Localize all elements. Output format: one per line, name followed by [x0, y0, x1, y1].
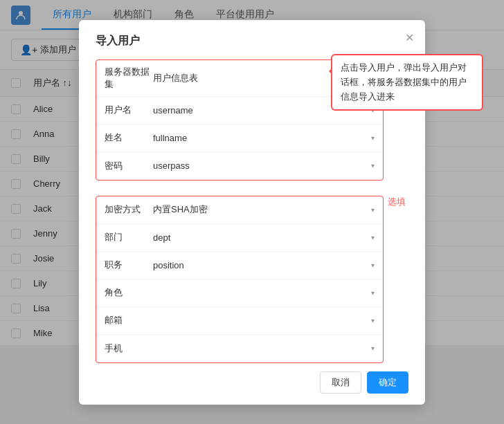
select-password[interactable]: userpass ▾: [153, 160, 375, 171]
form-row-email: 邮箱 ▾: [96, 307, 383, 335]
optional-section: 加密方式 内置SHA加密 ▾ 部门 dept ▾: [96, 196, 408, 363]
select-email[interactable]: ▾: [153, 317, 375, 324]
label-encrypt: 加密方式: [105, 203, 153, 216]
select-position-value: position: [153, 260, 366, 270]
confirm-button[interactable]: 确定: [367, 371, 408, 394]
select-encrypt[interactable]: 内置SHA加密 ▾: [153, 203, 375, 216]
chevron-down-icon: ▾: [371, 317, 375, 324]
close-icon[interactable]: ✕: [405, 31, 414, 44]
tooltip-box: 点击导入用户，弹出导入用户对话框，将服务器数据集中的用户信息导入进来: [331, 54, 483, 111]
chevron-down-icon: ▾: [371, 344, 375, 352]
select-fullname[interactable]: fullname ▾: [153, 133, 375, 143]
chevron-down-icon: ▾: [371, 234, 375, 241]
optional-fields-box: 加密方式 内置SHA加密 ▾ 部门 dept ▾: [96, 196, 384, 363]
select-encrypt-value: 内置SHA加密: [153, 203, 366, 216]
modal-overlay: 点击导入用户，弹出导入用户对话框，将服务器数据集中的用户信息导入进来 导入用户 …: [0, 0, 504, 424]
label-role: 角色: [105, 286, 153, 299]
form-row-fullname: 姓名 fullname ▾: [96, 125, 383, 152]
label-password: 密码: [105, 160, 153, 172]
form-row-dept: 部门 dept ▾: [96, 224, 383, 252]
label-dept: 部门: [105, 231, 153, 243]
label-username: 用户名: [105, 104, 153, 116]
optional-label: 选填: [388, 196, 406, 208]
cancel-button[interactable]: 取消: [320, 371, 361, 394]
form-row-role: 角色 ▾: [96, 279, 383, 307]
chevron-down-icon: ▾: [371, 289, 375, 297]
label-position: 职务: [105, 259, 153, 271]
form-row-phone: 手机 ▾: [96, 335, 383, 362]
select-dept-value: dept: [153, 232, 366, 243]
dialog-footer: 取消 确定: [96, 371, 408, 394]
chevron-down-icon: ▾: [371, 162, 375, 169]
select-position[interactable]: position ▾: [153, 260, 375, 270]
label-phone: 手机: [105, 342, 153, 355]
dialog-title: 导入用户: [96, 34, 408, 48]
select-role[interactable]: ▾: [153, 289, 375, 297]
form-row-position: 职务 position ▾: [96, 252, 383, 279]
select-phone[interactable]: ▾: [153, 344, 375, 352]
form-row-password: 密码 userpass ▾: [96, 152, 383, 180]
chevron-down-icon: ▾: [371, 206, 375, 214]
select-fullname-value: fullname: [153, 133, 366, 143]
select-dept[interactable]: dept ▾: [153, 232, 375, 243]
form-row-encrypt: 加密方式 内置SHA加密 ▾: [96, 196, 383, 224]
tooltip-text: 点击导入用户，弹出导入用户对话框，将服务器数据集中的用户信息导入进来: [341, 62, 467, 102]
chevron-down-icon: ▾: [371, 261, 375, 269]
select-password-value: userpass: [153, 160, 366, 171]
chevron-down-icon: ▾: [371, 134, 375, 142]
select-datasource-value: 用户信息表: [153, 72, 352, 84]
label-fullname: 姓名: [105, 131, 153, 144]
label-datasource: 服务器数据集: [105, 66, 153, 91]
label-email: 邮箱: [105, 314, 153, 326]
optional-fields-container: 加密方式 内置SHA加密 ▾ 部门 dept ▾: [96, 196, 384, 363]
